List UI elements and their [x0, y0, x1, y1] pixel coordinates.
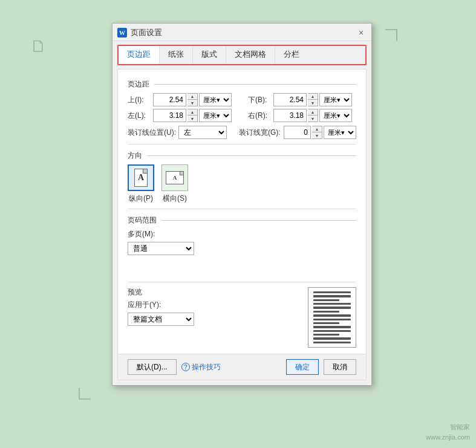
margin-top-unit[interactable]: 厘米▾: [199, 93, 232, 106]
divider-1: [128, 144, 356, 144]
footer-left: 默认(D)... ? 操作技巧: [128, 359, 221, 375]
margin-left-row: 左(L): ▲ ▼ 厘米▾: [128, 109, 236, 122]
word-icon: W: [117, 28, 127, 37]
apply-select[interactable]: 整篇文档 插入点之后 本节: [128, 313, 194, 326]
binding-position-label: 装订线位置(U):: [128, 128, 176, 138]
margin-top-input[interactable]: [153, 93, 186, 106]
binding-width-spinner: ▲ ▼: [312, 126, 322, 139]
margin-left-input[interactable]: [153, 109, 186, 122]
dialog-footer: 默认(D)... ? 操作技巧 确定 取消: [117, 354, 367, 380]
margin-top-input-group: ▲ ▼ 厘米▾: [153, 93, 232, 106]
margins-section-title: 页边距: [128, 79, 356, 89]
apply-row: 应用于(Y):: [128, 300, 296, 310]
margin-top-label: 上(I):: [128, 95, 151, 105]
preview-line-4: [313, 303, 351, 305]
margin-right-input[interactable]: [273, 109, 307, 122]
title-bar: W 页面设置 ×: [112, 24, 371, 41]
dialog-body: 页边距 上(I): ▲ ▼ 厘米▾ 下(B):: [117, 69, 367, 354]
help-link[interactable]: ? 操作技巧: [181, 362, 221, 372]
orientation-section-title: 方向: [128, 151, 356, 161]
default-button[interactable]: 默认(D)...: [128, 359, 177, 375]
margin-bottom-input-group: ▲ ▼ 厘米▾: [273, 93, 352, 106]
portrait-icon-box: A: [128, 164, 154, 191]
orientation-buttons: A 纵向(P) A 横向(S): [128, 164, 356, 204]
apply-select-row: 整篇文档 插入点之后 本节: [128, 313, 296, 326]
tab-margins[interactable]: 页边距: [119, 46, 160, 64]
bg-doc-icon: 🗋: [30, 36, 47, 56]
binding-width-down[interactable]: ▼: [312, 132, 322, 138]
preview-line-3: [313, 299, 339, 301]
page-setup-dialog: W 页面设置 × 页边距 纸张 版式 文档网格 分栏 页边距 上(I): ▲: [112, 23, 372, 386]
margin-top-spinner: ▲ ▼: [187, 93, 198, 106]
margin-bottom-down[interactable]: ▼: [308, 100, 318, 106]
margin-left-input-group: ▲ ▼ 厘米▾: [153, 109, 232, 122]
preview-line-14: [313, 342, 351, 343]
margin-left-label: 左(L):: [128, 111, 151, 121]
margin-right-spinner: ▲ ▼: [308, 109, 318, 122]
ok-button[interactable]: 确定: [286, 359, 319, 375]
spacer: [128, 259, 356, 277]
portrait-button[interactable]: A 纵向(P): [128, 164, 154, 204]
preview-line-12: [313, 334, 339, 336]
preview-line-7: [313, 314, 351, 316]
preview-line-13: [313, 337, 351, 339]
preview-line-10: [313, 326, 351, 328]
tab-paper[interactable]: 纸张: [160, 46, 193, 64]
binding-width-input[interactable]: [284, 126, 311, 139]
margin-right-up[interactable]: ▲: [308, 109, 318, 115]
margin-bottom-spinner: ▲ ▼: [308, 93, 318, 106]
preview-thumbnail: [308, 287, 356, 348]
footer-right: 确定 取消: [286, 359, 356, 375]
margin-right-label: 右(R):: [248, 111, 271, 121]
margin-left-up[interactable]: ▲: [187, 109, 197, 115]
portrait-label: 纵向(P): [129, 193, 153, 204]
watermark-line2: www.znjia.com: [426, 432, 470, 443]
preview-line-8: [313, 319, 351, 320]
margin-top-up[interactable]: ▲: [187, 94, 197, 100]
page-range-section-title: 页码范围: [128, 215, 356, 226]
multiple-pages-label: 多页(M):: [128, 229, 155, 239]
multiple-pages-select[interactable]: 普通 对称页边距 拼页 书籍折页: [128, 242, 194, 255]
margin-bottom-row: 下(B): ▲ ▼ 厘米▾: [248, 93, 356, 106]
margin-left-down[interactable]: ▼: [187, 115, 197, 122]
bg-corner-br: [79, 388, 91, 400]
margin-bottom-input[interactable]: [273, 93, 307, 106]
margin-top-down[interactable]: ▼: [187, 100, 197, 106]
preview-line-6: [313, 311, 339, 313]
margin-right-input-group: ▲ ▼ 厘米▾: [273, 109, 352, 122]
landscape-label: 横向(S): [163, 193, 187, 204]
preview-line-2: [313, 295, 351, 297]
preview-left: 预览 应用于(Y): 整篇文档 插入点之后 本节: [128, 287, 296, 326]
binding-width-field: 装订线宽(G): ▲ ▼ 厘米▾: [239, 126, 356, 139]
close-button[interactable]: ×: [356, 27, 367, 38]
tab-layout[interactable]: 版式: [193, 46, 226, 64]
margin-fields: 上(I): ▲ ▼ 厘米▾ 下(B):: [128, 93, 356, 122]
cancel-button[interactable]: 取消: [324, 359, 356, 375]
orientation-section: 方向 A 纵向(P) A 横向(S): [128, 151, 356, 204]
dialog-title: 页面设置: [131, 27, 162, 38]
preview-line-5: [313, 307, 351, 308]
bg-corner-tl: [385, 29, 397, 41]
margin-right-unit[interactable]: 厘米▾: [319, 109, 352, 122]
preview-line-11: [313, 330, 351, 332]
tab-doc-grid[interactable]: 文档网格: [226, 46, 275, 64]
tab-columns[interactable]: 分栏: [275, 46, 308, 64]
help-icon: ?: [181, 363, 190, 371]
help-label: 操作技巧: [192, 362, 221, 372]
binding-width-unit[interactable]: 厘米▾: [324, 126, 356, 139]
binding-width-label: 装订线宽(G):: [239, 128, 281, 138]
margin-right-row: 右(R): ▲ ▼ 厘米▾: [248, 109, 356, 122]
watermark-line1: 智能家: [426, 422, 470, 432]
tabs: 页边距 纸张 版式 文档网格 分栏: [119, 46, 365, 64]
landscape-icon-box: A: [161, 164, 188, 191]
landscape-button[interactable]: A 横向(S): [161, 164, 188, 204]
binding-width-up[interactable]: ▲: [312, 126, 322, 132]
binding-position-select[interactable]: 左 右 上: [178, 126, 227, 139]
margin-right-down[interactable]: ▼: [308, 115, 318, 122]
watermark: 智能家 www.znjia.com: [426, 422, 470, 442]
margin-bottom-up[interactable]: ▲: [308, 94, 318, 100]
margin-bottom-unit[interactable]: 厘米▾: [319, 93, 352, 106]
tabs-container: 页边距 纸张 版式 文档网格 分栏: [117, 45, 367, 65]
margin-left-unit[interactable]: 厘米▾: [199, 109, 232, 122]
portrait-paper: A: [134, 169, 148, 187]
